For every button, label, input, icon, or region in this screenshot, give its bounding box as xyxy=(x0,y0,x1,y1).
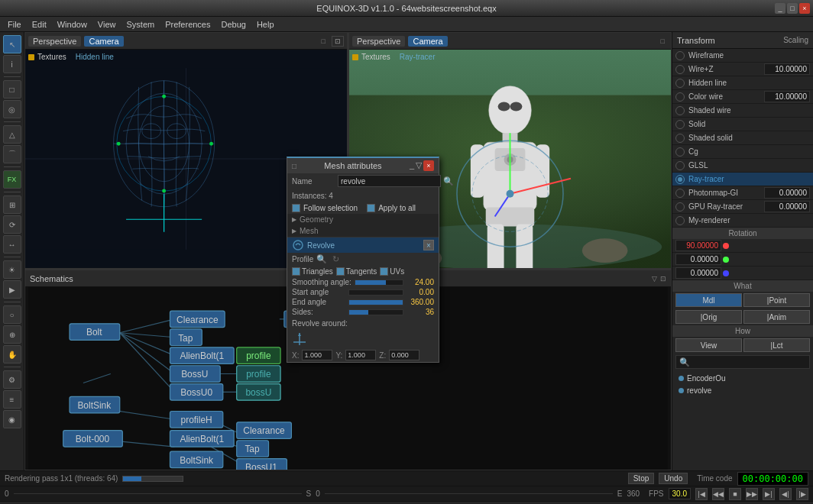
schematics-maximize[interactable]: ⊡ xyxy=(660,275,666,283)
revolve-section[interactable]: Revolve × xyxy=(287,237,439,253)
start-angle-slider[interactable] xyxy=(348,289,403,296)
menu-window[interactable]: Window xyxy=(53,18,92,31)
orig-button[interactable]: |Orig xyxy=(675,310,742,324)
triangles-checkbox[interactable] xyxy=(292,267,300,276)
cg-mode[interactable]: Cg xyxy=(672,145,813,159)
move-tool[interactable]: ⊞ xyxy=(3,195,21,214)
viewport-maximize-btn[interactable]: ⊡ xyxy=(332,36,344,47)
hidden-line-radio[interactable] xyxy=(675,79,685,88)
smoothing-slider[interactable] xyxy=(355,279,403,286)
play-back-button[interactable]: ◀◀ xyxy=(712,488,724,500)
light-tool[interactable]: ☀ xyxy=(3,260,21,279)
menu-edit[interactable]: Edit xyxy=(28,18,51,31)
wireframe-mode[interactable]: Wireframe xyxy=(672,49,813,63)
name-search-icon[interactable]: 🔍 xyxy=(443,176,454,186)
pan-tool[interactable]: ✋ xyxy=(3,345,21,363)
ray-tracer-radio[interactable] xyxy=(675,175,685,184)
wireframe-radio[interactable] xyxy=(675,51,685,60)
curve-tool[interactable]: ⌒ xyxy=(3,145,21,163)
render-tool[interactable]: ▶ xyxy=(3,280,21,299)
my-renderer-radio[interactable] xyxy=(675,216,685,225)
vp2-camera-label[interactable]: Camera xyxy=(408,36,447,47)
menu-preferences[interactable]: Preferences xyxy=(160,18,215,31)
shaded-solid-mode[interactable]: Shaded solid xyxy=(672,131,813,145)
view-button[interactable]: View xyxy=(675,338,742,352)
menu-file[interactable]: File xyxy=(3,18,26,31)
menu-view[interactable]: View xyxy=(93,18,121,31)
gpu-rt-radio[interactable] xyxy=(675,202,685,212)
lct-button[interactable]: |Lct xyxy=(743,338,810,352)
apply-all-checkbox[interactable] xyxy=(367,204,375,212)
solid-mode[interactable]: Solid xyxy=(672,118,813,131)
menu-debug[interactable]: Debug xyxy=(216,18,250,31)
menu-system[interactable]: System xyxy=(121,18,159,31)
ray-tracer-mode[interactable]: Ray-tracer xyxy=(672,173,813,186)
orbit-tool[interactable]: ○ xyxy=(3,305,21,324)
mesh-section[interactable]: Mesh xyxy=(287,225,439,237)
hidden-line-mode[interactable]: Hidden line xyxy=(672,76,813,90)
stop-transport-button[interactable]: ■ xyxy=(729,488,741,500)
wirez-mode[interactable]: Wire+Z 10.00000 xyxy=(672,63,813,76)
display-tool[interactable]: ◉ xyxy=(3,410,21,428)
encoder-item[interactable]: EncoderOu xyxy=(675,372,810,384)
profile-search-icon[interactable]: 🔍 xyxy=(316,254,327,264)
shaded-solid-radio[interactable] xyxy=(675,134,685,143)
photonmap-mode[interactable]: Photonmap-GI 0.00000 xyxy=(672,186,813,200)
glsl-radio[interactable] xyxy=(675,161,685,170)
fx-tool[interactable]: FX xyxy=(3,170,21,189)
name-input[interactable] xyxy=(338,175,441,187)
settings-tool[interactable]: ⚙ xyxy=(3,370,21,389)
profile-refresh-icon[interactable]: ↻ xyxy=(332,254,339,264)
gpu-rt-mode[interactable]: GPU Ray-tracer 0.00000 xyxy=(672,200,813,214)
anim-button[interactable]: |Anim xyxy=(743,310,810,324)
minimize-button[interactable]: _ xyxy=(775,3,785,14)
point-button[interactable]: |Point xyxy=(743,293,810,307)
rotate-tool[interactable]: ⟳ xyxy=(3,215,21,234)
search-input[interactable] xyxy=(693,358,809,367)
next-key-button[interactable]: |▶ xyxy=(796,488,808,500)
play-forward-button[interactable]: ▶▶ xyxy=(746,488,758,500)
next-frame-button[interactable]: ▶| xyxy=(763,488,775,500)
solid-radio[interactable] xyxy=(675,120,685,129)
photonmap-radio[interactable] xyxy=(675,189,685,198)
follow-selection-checkbox[interactable] xyxy=(292,204,300,212)
colorwire-radio[interactable] xyxy=(675,92,685,102)
colorwire-mode[interactable]: Color wire 10.00000 xyxy=(672,90,813,104)
viewport-camera-label[interactable]: Camera xyxy=(84,36,123,47)
undo-button[interactable]: Undo xyxy=(659,473,688,484)
z-input[interactable] xyxy=(389,350,419,360)
dialog-minimize-btn[interactable]: _ xyxy=(410,160,414,171)
view-tool[interactable]: □ xyxy=(3,80,21,99)
info-tool[interactable]: i xyxy=(3,55,21,73)
dialog-close-button[interactable]: × xyxy=(423,160,434,171)
polygon-tool[interactable]: △ xyxy=(3,125,21,144)
glsl-mode[interactable]: GLSL xyxy=(672,159,813,173)
stop-button[interactable]: Stop xyxy=(628,473,655,484)
scale-tool[interactable]: ↔ xyxy=(3,235,21,254)
uvs-checkbox[interactable] xyxy=(380,267,388,276)
prev-key-button[interactable]: ◀| xyxy=(779,488,792,500)
my-renderer-mode[interactable]: My-renderer xyxy=(672,214,813,228)
dialog-maximize-btn[interactable]: ▽ xyxy=(416,160,422,171)
shadedwire-mode[interactable]: Shaded wire xyxy=(672,104,813,118)
end-angle-slider[interactable] xyxy=(348,299,403,305)
x-input[interactable] xyxy=(302,350,332,360)
menu-help[interactable]: Help xyxy=(252,18,279,31)
layers-tool[interactable]: ≡ xyxy=(3,390,21,409)
y-input[interactable] xyxy=(345,350,376,360)
revolve-item[interactable]: revolve xyxy=(675,384,810,396)
cg-radio[interactable] xyxy=(675,147,685,157)
maximize-button[interactable]: □ xyxy=(787,3,798,14)
shadedwire-radio[interactable] xyxy=(675,106,685,115)
wirez-radio[interactable] xyxy=(675,65,685,74)
close-button[interactable]: × xyxy=(799,3,810,14)
revolve-close-btn[interactable]: × xyxy=(423,240,434,250)
camera-tool[interactable]: ◎ xyxy=(3,100,21,118)
geometry-section[interactable]: Geometry xyxy=(287,214,439,225)
sides-slider[interactable] xyxy=(348,309,403,315)
schematics-minimize[interactable]: ▽ xyxy=(652,275,657,283)
zoom-tool[interactable]: ⊕ xyxy=(3,325,21,344)
prev-frame-button[interactable]: |◀ xyxy=(695,488,708,500)
mdl-button[interactable]: Mdl xyxy=(675,293,742,307)
select-tool[interactable]: ↖ xyxy=(3,35,21,53)
